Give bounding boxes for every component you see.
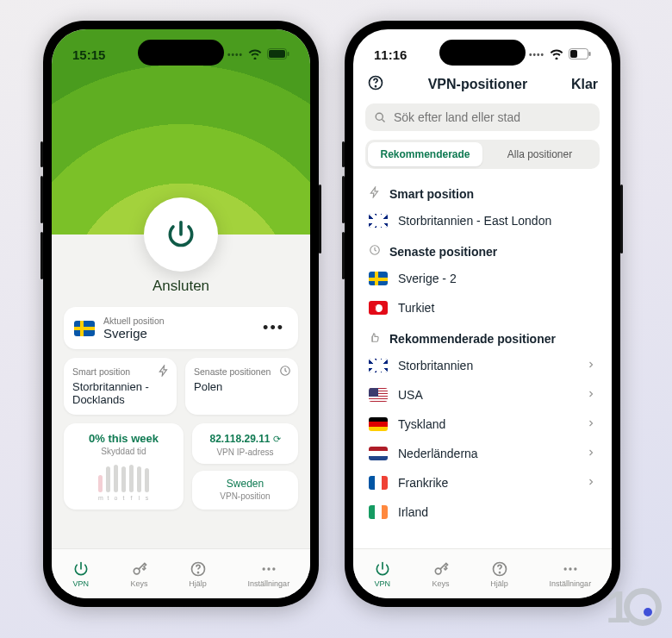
tab-vpn[interactable]: VPN (374, 560, 391, 588)
tab-keys[interactable]: Keys (131, 560, 148, 588)
search-input[interactable] (394, 110, 591, 124)
chevron-right-icon (586, 476, 596, 490)
dynamic-island (439, 40, 526, 66)
svg-point-20 (563, 567, 566, 570)
svg-point-9 (272, 567, 275, 570)
svg-point-8 (267, 567, 270, 570)
flag-fr-icon (369, 476, 388, 490)
done-button[interactable]: Klar (571, 77, 598, 92)
tab-settings[interactable]: Inställningar (550, 560, 592, 588)
location-row[interactable]: Nederländerna (353, 439, 612, 468)
svg-rect-11 (570, 50, 577, 58)
phone-left: 15:15 •••• Ansluten Aktuell position Sve… (43, 21, 319, 607)
tab-help[interactable]: Hjälp (490, 560, 508, 588)
smart-icon (369, 186, 381, 201)
section-header-recommended: Rekommenderade positioner (353, 322, 612, 351)
wifi-icon (248, 47, 262, 62)
locations-header: VPN-positioner Klar (353, 71, 612, 103)
tab-settings[interactable]: Inställningar (248, 560, 290, 588)
svg-point-6 (197, 572, 198, 572)
segment-recommended[interactable]: Rekommenderade (368, 142, 482, 166)
location-row[interactable]: USA (353, 380, 612, 410)
location-row[interactable]: Tyskland (353, 410, 612, 439)
vpn-ip-card[interactable]: 82.118.29.11⟳ VPN IP-adress (192, 423, 298, 464)
chevron-right-icon (586, 417, 596, 431)
recent-position-card[interactable]: Senaste positionen Polen (185, 358, 298, 415)
wifi-icon (550, 47, 563, 62)
page-title: VPN-positioner (384, 77, 571, 92)
cellular-dots-icon: •••• (227, 50, 243, 59)
search-field[interactable] (365, 103, 600, 131)
more-button[interactable]: ••• (259, 316, 288, 341)
svg-point-15 (376, 113, 383, 120)
current-location-card[interactable]: Aktuell position Sverige ••• (64, 307, 298, 349)
battery-icon (267, 47, 289, 62)
svg-point-14 (376, 86, 376, 87)
recent-icon (369, 244, 381, 259)
refresh-icon[interactable]: ⟳ (273, 434, 281, 444)
tab-vpn[interactable]: VPN (72, 560, 90, 588)
locations-list[interactable]: Smart positionStorbritannien - East Lond… (353, 174, 612, 548)
location-row[interactable]: Sverige - 2 (353, 264, 612, 293)
chevron-right-icon (586, 359, 596, 372)
status-time: 11:16 (374, 47, 407, 62)
tab-help[interactable]: Hjälp (189, 560, 207, 588)
flag-us-icon (369, 388, 388, 402)
svg-point-21 (569, 567, 571, 570)
status-time: 15:15 (72, 47, 105, 62)
flag-uk-icon (369, 359, 388, 372)
current-location-caption: Aktuell position (103, 316, 251, 326)
phone-right: 11:16 •••• VPN-positioner Klar Rekommend… (345, 21, 620, 607)
weekly-bars-icon (71, 463, 177, 492)
flag-sweden-icon (74, 321, 95, 336)
svg-point-22 (574, 567, 576, 570)
svg-point-7 (262, 567, 264, 570)
tab-keys[interactable]: Keys (432, 560, 450, 588)
location-row[interactable]: Storbritannien (353, 351, 612, 380)
current-location-value: Sverige (103, 326, 251, 341)
protected-time-card[interactable]: 0% this week Skyddad tid mtotfls (64, 423, 184, 510)
help-icon[interactable] (367, 74, 384, 95)
flag-uk-icon (369, 214, 388, 228)
chevron-right-icon (586, 388, 596, 402)
connection-status: Ansluten (64, 278, 298, 295)
connect-power-button[interactable] (144, 197, 218, 272)
svg-point-19 (499, 572, 500, 572)
segment-control[interactable]: Rekommenderade Alla positioner (365, 140, 600, 169)
flag-se-icon (369, 272, 388, 285)
location-row[interactable]: Storbritannien - East London (353, 206, 612, 235)
battery-low-icon (569, 47, 591, 62)
watermark-logo: 1 (606, 581, 662, 633)
search-icon (374, 111, 387, 124)
section-header-smart: Smart position (353, 178, 612, 206)
clock-icon (279, 365, 291, 380)
tab-bar: VPN Keys Hjälp Inställningar (353, 548, 612, 598)
cellular-dots-icon: •••• (529, 50, 544, 59)
location-row[interactable]: Frankrike (353, 468, 612, 497)
flag-de-icon (369, 417, 388, 431)
dynamic-island (138, 40, 224, 66)
recommended-icon (369, 331, 381, 346)
chevron-right-icon (586, 447, 596, 460)
flag-nl-icon (369, 447, 388, 460)
location-row[interactable]: Irland (353, 497, 612, 527)
smart-position-card[interactable]: Smart position Storbritannien - Dockland… (64, 358, 177, 415)
svg-rect-2 (288, 52, 289, 56)
svg-rect-1 (269, 50, 285, 58)
tab-bar: VPN Keys Hjälp Inställningar (52, 548, 310, 598)
lightning-icon (158, 365, 170, 380)
section-header-recent: Senaste positioner (353, 235, 612, 264)
flag-tr-icon (369, 301, 388, 315)
flag-ie-icon (369, 505, 388, 519)
segment-all[interactable]: Alla positioner (482, 142, 597, 166)
vpn-position-card[interactable]: Sweden VPN-position (192, 471, 298, 510)
svg-rect-12 (589, 52, 591, 56)
location-row[interactable]: Turkiet (353, 293, 612, 322)
